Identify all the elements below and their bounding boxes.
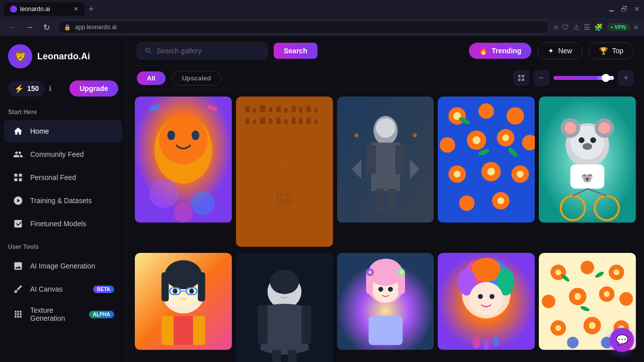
edit-btn-7[interactable]: ⊘ — [294, 257, 310, 273]
grid-view-button[interactable] — [513, 70, 529, 86]
sidebar-header: 🦁 Leonardo.Ai — [0, 36, 126, 76]
section-start-here: Start Here — [0, 101, 126, 120]
tab-title: leonardo.ai — [20, 6, 50, 13]
search-input[interactable] — [156, 47, 260, 55]
remix-btn-8[interactable]: ⊞ — [375, 257, 391, 273]
new-icon: ✦ — [548, 47, 554, 55]
gallery-item-2[interactable]: 𓂀 𓃒𓅓𓆣 ⊞ ⤢ — [236, 97, 333, 249]
svg-point-152 — [555, 325, 561, 331]
sidebar-item-texture[interactable]: Texture Generation ALPHA — [4, 301, 122, 327]
zoom-out-button[interactable]: − — [533, 70, 549, 86]
sidebar-item-finetuned[interactable]: Finetuned Models — [4, 213, 122, 235]
expand-btn-5[interactable]: ⤢ — [616, 101, 632, 117]
gallery-item-3[interactable]: ⊞ ⊘ ⤢ — [337, 97, 434, 249]
expand-btn-2[interactable]: ⤢ — [313, 101, 329, 117]
svg-point-157 — [567, 337, 579, 348]
topbar: Search 🔥 Trending ✦ New 🏆 Top — [127, 36, 644, 66]
info-button[interactable]: ℹ — [49, 84, 51, 93]
tab-close-button[interactable]: ✕ — [73, 6, 78, 13]
sidebar-item-training[interactable]: Training & Datasets — [4, 190, 122, 212]
gallery-item-8[interactable]: ⊞ ⊘ ⤢ — [337, 253, 434, 352]
edit-btn-3[interactable]: ⊘ — [394, 101, 411, 117]
new-tab-button[interactable]: + — [87, 2, 96, 17]
sidebar: 🦁 Leonardo.Ai ⚡ 150 ℹ Upgrade Start Here… — [0, 36, 127, 362]
remix-btn-1[interactable]: ⊞ — [174, 101, 190, 117]
credits-badge: ⚡ 150 — [8, 81, 45, 97]
sidebar-item-texture-label: Texture Generation — [30, 306, 83, 322]
expand-btn-4[interactable]: ⤢ — [515, 101, 531, 117]
browser-tabs: leonardo.ai ✕ + 🗕 🗗 ✕ — [0, 0, 644, 18]
sidebar-item-ai-image[interactable]: AI Image Generation — [4, 255, 122, 277]
search-button[interactable]: Search — [274, 43, 317, 59]
top-label: Top — [612, 47, 623, 55]
gallery-item-9[interactable]: ⤢ — [438, 253, 535, 352]
tab-favicon — [10, 6, 17, 13]
edit-btn-1[interactable]: ⊘ — [193, 101, 209, 117]
extension-icon[interactable]: 🧩 — [594, 23, 603, 31]
edit-btn-8[interactable]: ⊘ — [394, 257, 411, 273]
sidebar-item-ai-image-label: AI Image Generation — [30, 262, 95, 270]
search-box[interactable] — [137, 42, 268, 59]
upscaled-pill-button[interactable]: Upscaled — [172, 71, 222, 85]
sidebar-item-personal-feed[interactable]: Personal Feed — [4, 166, 122, 189]
forward-button[interactable]: → — [23, 23, 35, 32]
home-icon — [12, 125, 24, 137]
top-button[interactable]: 🏆 Top — [589, 42, 634, 59]
sidebar-item-community-feed-label: Community Feed — [30, 150, 84, 158]
address-bar[interactable]: 🔒 app.leonardo.ai — [57, 21, 549, 34]
edit-btn-6[interactable]: ⊘ — [193, 257, 209, 273]
sidebar-item-home[interactable]: Home — [4, 120, 122, 142]
beta-badge: BETA — [93, 286, 114, 293]
gallery-item-1[interactable]: ⊞ ⊘ ⤢ — [135, 97, 232, 249]
expand-btn-6[interactable]: ⤢ — [212, 257, 228, 273]
sidebar-item-ai-canvas[interactable]: AI Canvas BETA — [4, 278, 122, 300]
menu-icon[interactable]: ≡ — [634, 23, 638, 31]
section-user-tools: User Tools — [0, 235, 126, 254]
chat-fab-button[interactable]: 💬 — [610, 328, 634, 352]
svg-point-150 — [619, 292, 633, 306]
zoom-in-button[interactable]: + — [618, 70, 634, 86]
remix-btn-5[interactable]: ⊞ — [578, 101, 594, 117]
all-pill-button[interactable]: All — [137, 71, 166, 85]
zoom-slider[interactable] — [553, 76, 614, 80]
address-text: app.leonardo.ai — [75, 24, 117, 31]
shield-icon[interactable]: 🛡 — [562, 23, 569, 31]
remix-btn-2[interactable]: ⊞ — [294, 101, 310, 117]
svg-point-147 — [575, 293, 581, 300]
svg-rect-5 — [19, 178, 22, 182]
edit-btn-5[interactable]: ⊘ — [597, 101, 613, 117]
remix-btn-6[interactable]: ⊞ — [174, 257, 190, 273]
filter-row: All Upscaled − + — [127, 66, 644, 90]
new-button[interactable]: ✦ New — [537, 42, 583, 59]
alert-icon[interactable]: ⚠ — [573, 23, 580, 31]
finetuned-icon — [12, 218, 24, 230]
svg-point-142 — [581, 260, 594, 274]
expand-btn-3[interactable]: ⤢ — [414, 101, 430, 117]
minimize-icon[interactable]: 🗕 — [608, 5, 615, 13]
maximize-icon[interactable]: 🗗 — [621, 5, 628, 13]
personal-icon — [12, 171, 24, 184]
active-tab[interactable]: leonardo.ai ✕ — [4, 3, 85, 16]
expand-btn-8[interactable]: ⤢ — [414, 257, 430, 273]
close-icon[interactable]: ✕ — [634, 5, 640, 13]
remix-btn-3[interactable]: ⊞ — [375, 101, 391, 117]
gallery-item-4[interactable]: ⤢ — [438, 97, 535, 249]
vpn-badge[interactable]: • VPN — [607, 23, 630, 31]
sidebar-item-community-feed[interactable]: Community Feed — [4, 143, 122, 165]
refresh-button[interactable]: ↻ — [40, 23, 52, 32]
reader-icon[interactable]: ☰ — [584, 23, 590, 31]
gallery-item-5[interactable]: 🐨 ⊞ ⊘ ⤢ — [539, 97, 636, 249]
gallery-item-6[interactable]: ⊞ ⊘ ⤢ — [135, 253, 232, 352]
texture-icon — [12, 308, 24, 320]
svg-point-144 — [614, 269, 620, 276]
share-icon[interactable]: ⎋ — [554, 23, 558, 31]
tab-controls: 🗕 🗗 ✕ — [608, 5, 640, 13]
expand-btn-9[interactable]: ⤢ — [515, 257, 531, 273]
expand-btn-7[interactable]: ⤢ — [313, 257, 329, 273]
trending-button[interactable]: 🔥 Trending — [469, 43, 531, 59]
expand-btn-1[interactable]: ⤢ — [212, 101, 228, 117]
back-button[interactable]: ← — [6, 23, 18, 32]
upgrade-button[interactable]: Upgrade — [69, 80, 118, 97]
svg-point-149 — [604, 291, 610, 297]
gallery-item-7[interactable]: ⊘ ⤢ — [236, 253, 333, 362]
